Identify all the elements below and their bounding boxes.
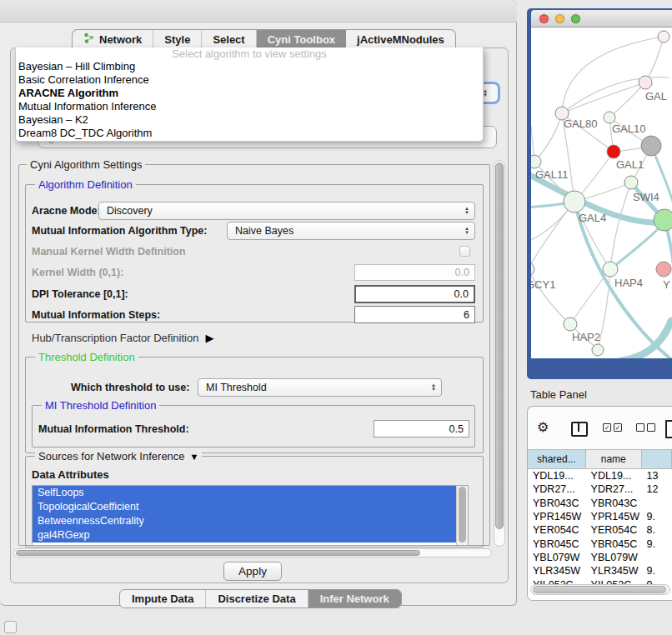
- network-node[interactable]: [531, 262, 534, 276]
- table-row[interactable]: YER054CYER054C8.: [528, 523, 672, 537]
- table-cell[interactable]: 9.: [642, 511, 672, 522]
- new-column-icon[interactable]: [665, 420, 672, 438]
- tab-jactivemnodules[interactable]: jActiveMNodules: [346, 30, 455, 48]
- table-cell[interactable]: 8.: [642, 524, 672, 536]
- data-attribute-item[interactable]: TopologicalCoefficient: [33, 500, 457, 514]
- data-attribute-item[interactable]: BetweennessCentrality: [33, 514, 457, 528]
- column-header-shared-name[interactable]: shared...: [528, 450, 586, 468]
- table-row[interactable]: YDR27...YDR27...12: [528, 482, 672, 496]
- network-node[interactable]: [607, 145, 620, 158]
- tab-style[interactable]: Style: [153, 30, 202, 48]
- apply-button[interactable]: Apply: [223, 562, 282, 581]
- table-cell[interactable]: YPR145W: [586, 511, 642, 522]
- network-edge[interactable]: [562, 82, 645, 113]
- network-node[interactable]: [531, 155, 541, 168]
- network-node[interactable]: [624, 176, 638, 189]
- table-cell[interactable]: YBR043C: [528, 498, 586, 509]
- network-edge[interactable]: [609, 82, 645, 118]
- algorithm-list-item[interactable]: Basic Correlation Inference: [16, 73, 483, 87]
- scrollbar-thumb[interactable]: [533, 586, 666, 593]
- table-row[interactable]: YLR345WYLR345W9.: [528, 564, 672, 578]
- tab-discretize-data[interactable]: Discretize Data: [206, 590, 308, 608]
- table-cell[interactable]: YBR045C: [586, 538, 642, 550]
- hub-transcription-factor-expander[interactable]: Hub/Transcription Factor Definition▶: [32, 332, 213, 344]
- attributes-list-scrollbar[interactable]: [456, 486, 468, 545]
- aracne-mode-combobox[interactable]: Discovery ▲▼: [98, 202, 475, 220]
- table-cell[interactable]: 9.: [642, 565, 672, 577]
- network-node[interactable]: [592, 344, 604, 356]
- mi-threshold-input[interactable]: 0.5: [374, 420, 469, 438]
- table-cell[interactable]: 9.: [642, 538, 672, 550]
- network-edge[interactable]: [570, 269, 610, 324]
- network-edge[interactable]: [531, 269, 570, 324]
- table-cell[interactable]: YBL079W: [528, 552, 586, 563]
- network-node[interactable]: [658, 31, 669, 42]
- mi-algorithm-type-combobox[interactable]: Naive Bayes ▲▼: [227, 222, 475, 240]
- which-threshold-combobox[interactable]: MI Threshold ▲▼: [198, 378, 442, 397]
- tab-select[interactable]: Select: [202, 30, 256, 48]
- network-node[interactable]: [603, 262, 618, 277]
- table-cell[interactable]: YER054C: [586, 524, 642, 536]
- table-row[interactable]: YPR145WYPR145W9.: [528, 510, 672, 523]
- table-cell[interactable]: YBR045C: [528, 538, 586, 550]
- algorithm-list-item[interactable]: Dream8 DC_TDC Algorithm: [16, 127, 483, 140]
- network-node[interactable]: [656, 262, 671, 277]
- data-attribute-item[interactable]: gal4RGexp: [33, 528, 457, 542]
- column-header-name[interactable]: name: [586, 450, 642, 468]
- algorithm-list-item[interactable]: ARACNE Algorithm: [16, 87, 483, 100]
- table-cell[interactable]: 13: [642, 470, 672, 482]
- table-cell[interactable]: YDL19...: [528, 470, 586, 482]
- dpi-tolerance-input[interactable]: 0.0: [354, 285, 475, 303]
- network-window-titlebar[interactable]: [531, 10, 672, 28]
- table-row[interactable]: YBR045CYBR045C9.: [528, 537, 672, 550]
- minimize-traffic-light[interactable]: [555, 14, 564, 23]
- network-node[interactable]: [639, 76, 652, 89]
- split-columns-icon[interactable]: [571, 422, 588, 437]
- network-node[interactable]: [604, 112, 615, 123]
- kernel-width-input[interactable]: 0.0: [354, 264, 475, 281]
- network-canvas[interactable]: GALGAL80GAL10GAL1GAL11SWI4GAL4GCY1HAP4YH…: [531, 28, 672, 358]
- table-cell[interactable]: YER054C: [528, 524, 586, 536]
- table-cell[interactable]: YDR27...: [586, 483, 642, 495]
- close-traffic-light[interactable]: [539, 14, 549, 23]
- network-edge[interactable]: [610, 224, 663, 269]
- network-node[interactable]: [564, 191, 585, 212]
- table-cell[interactable]: YDR27...: [528, 483, 586, 495]
- table-cell[interactable]: YPR145W: [528, 511, 586, 522]
- manual-kernel-width-checkbox[interactable]: [459, 246, 470, 257]
- table-row[interactable]: YBR043CYBR043C: [528, 497, 672, 510]
- algorithm-list-item[interactable]: Bayesian – K2: [16, 113, 483, 127]
- settings-horizontal-scrollbar[interactable]: [13, 548, 492, 558]
- minimized-panel-icon[interactable]: [4, 621, 17, 633]
- table-cell[interactable]: YLR345W: [586, 565, 642, 577]
- algorithm-list-item[interactable]: Bayesian – Hill Climbing: [16, 60, 483, 73]
- scrollbar-thumb[interactable]: [16, 550, 420, 556]
- table-horizontal-scrollbar[interactable]: [530, 584, 670, 595]
- column-header-partial[interactable]: [642, 450, 672, 468]
- algorithm-list-item[interactable]: Mutual Information Inference: [16, 100, 483, 113]
- gear-icon[interactable]: ⚙: [537, 421, 549, 434]
- tab-network[interactable]: Network: [73, 30, 153, 48]
- data-attributes-list[interactable]: SelfLoopsTopologicalCoefficientBetweenne…: [32, 485, 469, 546]
- table-cell[interactable]: YBR043C: [586, 498, 642, 509]
- table-row[interactable]: YBL079WYBL079W: [528, 551, 672, 564]
- scrollbar-thumb[interactable]: [495, 162, 504, 529]
- network-node[interactable]: [654, 209, 672, 231]
- network-view-window[interactable]: GALGAL80GAL10GAL1GAL11SWI4GAL4GCY1HAP4YH…: [527, 8, 672, 379]
- table-cell[interactable]: 12: [642, 483, 672, 495]
- table-row[interactable]: YDL19...YDL19...13: [528, 469, 672, 482]
- table-cell[interactable]: YBL079W: [586, 552, 642, 563]
- network-node[interactable]: [564, 318, 577, 331]
- data-attribute-item[interactable]: SelfLoops: [33, 486, 457, 500]
- settings-vertical-scrollbar[interactable]: [494, 160, 505, 547]
- select-all-columns-icon[interactable]: ✓✓: [603, 423, 622, 432]
- scrollbar-thumb[interactable]: [459, 487, 466, 542]
- table-cell[interactable]: YDL19...: [586, 470, 642, 482]
- tab-infer-network[interactable]: Infer Network: [308, 590, 401, 608]
- network-edge[interactable]: [645, 37, 664, 82]
- zoom-traffic-light[interactable]: [571, 14, 580, 23]
- network-node[interactable]: [641, 136, 661, 156]
- table-cell[interactable]: YLR345W: [528, 565, 586, 577]
- mi-steps-input[interactable]: 6: [354, 306, 475, 323]
- tab-impute-data[interactable]: Impute Data: [120, 590, 206, 608]
